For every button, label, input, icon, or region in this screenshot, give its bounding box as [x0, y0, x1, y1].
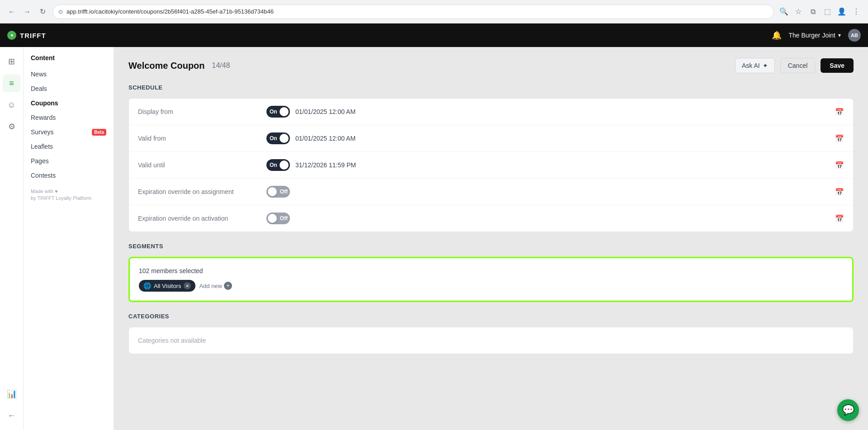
toggle-knob — [268, 214, 277, 223]
chevron-down-icon: ▾ — [838, 32, 841, 38]
cancel-button[interactable]: Cancel — [780, 58, 816, 73]
top-bar-right: 🔔 The Burger Joint ▾ AB — [772, 29, 861, 42]
reload-button[interactable]: ↻ — [36, 5, 49, 18]
ask-ai-label: Ask AI — [742, 62, 760, 69]
globe-icon: 🌐 — [143, 282, 151, 289]
top-bar: ✦ TRIFFT 🔔 The Burger Joint ▾ AB — [0, 24, 868, 47]
segments-tags: 🌐 All Visitors ✕ Add new + — [139, 280, 843, 292]
expiration-activation-toggle[interactable]: Off — [266, 213, 290, 224]
calendar-icon[interactable]: 📅 — [835, 108, 844, 116]
star-icon[interactable]: ☆ — [792, 5, 805, 18]
address-bar[interactable]: ⊙ app.trifft.io/cacitokiy/content/coupon… — [52, 5, 774, 19]
expiration-assignment-row: Expiration override on assignment Off 📅 — [129, 179, 853, 205]
sidebar-item-leaflets[interactable]: Leaflets — [24, 139, 114, 154]
categories-section-title: CATEGORIES — [128, 313, 854, 320]
expiration-activation-row: Expiration override on activation Off 📅 — [129, 205, 853, 232]
toggle-label: On — [270, 109, 277, 115]
display-from-content: On 01/01/2025 12:00 AM — [266, 106, 824, 118]
ai-sparkle-icon: ✦ — [763, 62, 768, 69]
notification-bell-icon[interactable]: 🔔 — [772, 30, 782, 40]
expiration-activation-actions: 📅 — [835, 214, 844, 223]
sidebar-item-coupons[interactable]: Coupons — [24, 96, 114, 110]
add-new-segment-button[interactable]: Add new + — [199, 282, 232, 290]
menu-icon[interactable]: ⋮ — [850, 5, 863, 18]
org-selector[interactable]: The Burger Joint ▾ — [789, 32, 841, 39]
back-button[interactable]: ← — [5, 5, 18, 18]
valid-from-content: On 01/01/2025 12:00 AM — [266, 132, 824, 144]
footer-line2: by TRIFFT Loyalty Platform — [31, 195, 106, 202]
ask-ai-button[interactable]: Ask AI ✦ — [735, 58, 775, 73]
sidebar-gear-icon[interactable]: ⚙ — [3, 118, 21, 136]
valid-from-actions: 📅 — [835, 134, 844, 143]
beta-badge: Beta — [92, 129, 106, 136]
extensions-icon[interactable]: ⧉ — [806, 5, 819, 18]
calendar-icon[interactable]: 📅 — [835, 161, 844, 169]
display-from-toggle[interactable]: On — [266, 106, 290, 118]
add-icon: + — [224, 282, 232, 290]
nav-item-label: Leaflets — [31, 143, 53, 150]
expiration-assignment-actions: 📅 — [835, 188, 844, 196]
display-from-row: Display from On 01/01/2025 12:00 AM 📅 — [129, 99, 853, 125]
segments-card: 102 members selected 🌐 All Visitors ✕ Ad… — [128, 257, 854, 302]
toggle-knob — [280, 134, 289, 143]
expiration-assignment-toggle[interactable]: Off — [266, 186, 290, 198]
calendar-icon[interactable]: 📅 — [835, 135, 844, 142]
save-button[interactable]: Save — [821, 58, 854, 73]
content-area: Welcome Coupon 14/48 Ask AI ✦ Cancel Sav… — [114, 47, 868, 430]
org-name: The Burger Joint — [789, 32, 836, 39]
page-header: Welcome Coupon 14/48 Ask AI ✦ Cancel Sav… — [128, 58, 854, 73]
sidebar-item-contests[interactable]: Contests — [24, 168, 114, 183]
valid-from-label: Valid from — [138, 135, 256, 142]
valid-until-toggle[interactable]: On — [266, 159, 290, 171]
add-new-label: Add new — [199, 283, 222, 289]
expiration-assignment-content: Off — [266, 186, 824, 198]
user-avatar[interactable]: AB — [848, 29, 861, 42]
app-layout: ✦ TRIFFT 🔔 The Burger Joint ▾ AB ⊞ ≡ ☺ ⚙… — [0, 24, 868, 430]
valid-from-toggle[interactable]: On — [266, 132, 290, 144]
browser-actions: 🔍 ☆ ⧉ ⬚ 👤 ⋮ — [778, 5, 863, 18]
chat-button[interactable]: 💬 — [837, 399, 859, 421]
sidebar-footer: Made with ♥ by TRIFFT Loyalty Platform — [24, 183, 114, 208]
sidebar-emoji-icon[interactable]: ☺ — [3, 96, 21, 114]
schedule-section-title: SCHEDULE — [128, 84, 854, 91]
forward-button[interactable]: → — [21, 5, 33, 18]
calendar-icon[interactable]: 📅 — [835, 215, 844, 222]
sidebar-item-surveys[interactable]: Surveys Beta — [24, 125, 114, 139]
profile-icon[interactable]: 👤 — [835, 5, 848, 18]
nav-item-label: Coupons — [31, 99, 58, 107]
members-count: 102 members selected — [139, 267, 843, 274]
sidebar-item-rewards[interactable]: Rewards — [24, 110, 114, 125]
sidebar-bottom: 📊 ← — [3, 385, 21, 425]
sidebar-item-pages[interactable]: Pages — [24, 154, 114, 168]
nav-item-label: Deals — [31, 85, 47, 92]
categories-section: CATEGORIES Categories not available — [128, 313, 854, 354]
sidebar-collapse-icon[interactable]: ← — [3, 406, 21, 425]
page-counter: 14/48 — [212, 61, 230, 70]
nav-sidebar: Content News Deals Coupons Rewards Surve… — [24, 47, 114, 430]
cast-icon[interactable]: ⬚ — [821, 5, 834, 18]
top-bar-left: ✦ TRIFFT — [7, 31, 46, 40]
toggle-label: On — [270, 135, 277, 142]
sidebar-item-news[interactable]: News — [24, 67, 114, 81]
sidebar-list-icon[interactable]: ≡ — [3, 74, 21, 92]
segment-tag-label: All Visitors — [154, 283, 181, 289]
sidebar-grid-icon[interactable]: ⊞ — [3, 52, 21, 71]
toggle-knob — [280, 107, 289, 116]
sidebar-item-deals[interactable]: Deals — [24, 81, 114, 96]
browser-chrome: ← → ↻ ⊙ app.trifft.io/cacitokiy/content/… — [0, 0, 868, 24]
display-from-actions: 📅 — [835, 108, 844, 116]
toggle-label: Off — [280, 189, 288, 195]
all-visitors-tag: 🌐 All Visitors ✕ — [139, 280, 195, 292]
nav-item-label: Surveys — [31, 128, 54, 136]
calendar-icon[interactable]: 📅 — [835, 188, 844, 196]
toggle-knob — [280, 161, 289, 170]
remove-segment-button[interactable]: ✕ — [184, 282, 191, 289]
valid-until-value: 31/12/2026 11:59 PM — [295, 161, 356, 169]
valid-until-row: Valid until On 31/12/2026 11:59 PM 📅 — [129, 152, 853, 179]
address-security-icon: ⊙ — [58, 9, 63, 15]
expiration-activation-label: Expiration override on activation — [138, 215, 256, 222]
sidebar-chart-icon[interactable]: 📊 — [3, 385, 21, 403]
url-text: app.trifft.io/cacitokiy/content/coupons/… — [66, 8, 768, 15]
zoom-icon[interactable]: 🔍 — [778, 5, 790, 18]
display-from-value: 01/01/2025 12:00 AM — [295, 108, 356, 115]
